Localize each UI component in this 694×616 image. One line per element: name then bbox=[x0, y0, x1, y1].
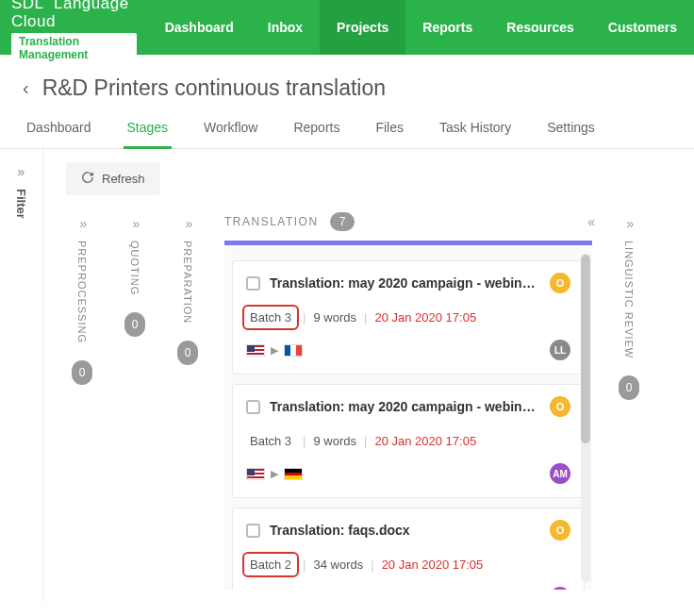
card-title: Translation: faqs.docx bbox=[270, 523, 540, 538]
assignee-avatar: LL bbox=[550, 340, 570, 360]
card-title: Translation: may 2020 campaign - webinar… bbox=[270, 399, 540, 414]
column-title: PREPARATION bbox=[182, 241, 193, 324]
batch-label: Batch 3 bbox=[246, 308, 295, 326]
expand-column-icon[interactable]: » bbox=[133, 216, 138, 231]
tab-workflow[interactable]: Workflow bbox=[200, 110, 261, 148]
separator: | bbox=[364, 310, 367, 325]
nav-items: Dashboard Inbox Projects Reports Resourc… bbox=[148, 0, 694, 55]
status-icon: O bbox=[550, 396, 570, 417]
column-title: TRANSLATION bbox=[224, 215, 319, 228]
scrollbar[interactable] bbox=[581, 253, 590, 582]
timestamp: 20 Jan 2020 17:05 bbox=[382, 558, 484, 572]
brand: SDL* Language Cloud Translation Manageme… bbox=[0, 0, 148, 69]
column-quoting: » QUOTING 0 bbox=[119, 212, 151, 337]
target-flag-icon bbox=[284, 344, 303, 357]
batch-label: Batch 2 bbox=[246, 556, 295, 574]
column-count: 0 bbox=[619, 375, 639, 400]
assignee-avatar: AM bbox=[550, 587, 570, 590]
card-checkbox[interactable] bbox=[246, 276, 260, 291]
column-count: 7 bbox=[330, 212, 355, 231]
tab-settings[interactable]: Settings bbox=[543, 110, 599, 148]
column-translation: TRANSLATION 7 « Translation: may 2020 ca… bbox=[224, 212, 592, 590]
refresh-button[interactable]: Refresh bbox=[66, 162, 160, 195]
source-flag-icon bbox=[246, 468, 265, 480]
card-title: Translation: may 2020 campaign - webinar… bbox=[270, 275, 540, 291]
card-checkbox[interactable] bbox=[246, 524, 260, 538]
column-body: Translation: may 2020 campaign - webinar… bbox=[224, 241, 592, 590]
arrow-icon: ▶ bbox=[271, 344, 278, 357]
top-nav: SDL* Language Cloud Translation Manageme… bbox=[0, 0, 694, 55]
project-tabs: Dashboard Stages Workflow Reports Files … bbox=[0, 110, 694, 149]
filter-expand-icon[interactable]: » bbox=[18, 164, 25, 179]
nav-reports[interactable]: Reports bbox=[405, 0, 489, 55]
nav-inbox[interactable]: Inbox bbox=[251, 0, 320, 55]
collapse-column-icon[interactable]: « bbox=[587, 214, 592, 229]
filter-label: Filter bbox=[14, 189, 28, 219]
batch-label: Batch 3 bbox=[246, 432, 295, 450]
source-flag-icon bbox=[246, 344, 265, 357]
separator: | bbox=[303, 558, 306, 572]
column-preparation: » PREPARATION 0 bbox=[172, 212, 204, 365]
nav-projects[interactable]: Projects bbox=[320, 0, 405, 55]
tab-files[interactable]: Files bbox=[372, 110, 407, 148]
expand-column-icon[interactable]: » bbox=[186, 216, 190, 231]
refresh-icon bbox=[81, 171, 94, 187]
back-icon[interactable]: ‹ bbox=[23, 77, 29, 99]
expand-column-icon[interactable]: » bbox=[80, 216, 85, 231]
separator: | bbox=[303, 434, 306, 448]
separator: | bbox=[303, 310, 306, 325]
stages-board: Refresh » PREPROCESSING 0 » QUOTING 0 » … bbox=[43, 149, 694, 602]
status-icon: O bbox=[550, 273, 570, 293]
status-icon: O bbox=[550, 520, 570, 541]
tab-taskhistory[interactable]: Task History bbox=[436, 110, 515, 148]
columns: » PREPROCESSING 0 » QUOTING 0 » PREPARAT… bbox=[66, 212, 694, 599]
brand-title: SDL* Language Cloud bbox=[11, 0, 137, 31]
column-title: QUOTING bbox=[129, 241, 140, 295]
tab-dashboard[interactable]: Dashboard bbox=[23, 110, 95, 148]
separator: | bbox=[371, 558, 373, 572]
column-count: 0 bbox=[124, 312, 145, 337]
work-area: » Filter Refresh » PREPROCESSING 0 » QUO… bbox=[0, 149, 694, 602]
task-card[interactable]: Translation: faqs.docx O Batch 2 | 34 wo… bbox=[232, 508, 585, 590]
nav-customers[interactable]: Customers bbox=[591, 0, 694, 55]
tab-stages[interactable]: Stages bbox=[124, 110, 173, 149]
nav-resources[interactable]: Resources bbox=[489, 0, 591, 55]
scrollbar-thumb[interactable] bbox=[581, 255, 590, 443]
tab-reports[interactable]: Reports bbox=[289, 110, 343, 148]
separator: | bbox=[364, 434, 367, 448]
column-header: TRANSLATION 7 « bbox=[224, 212, 592, 241]
column-preprocessing: » PREPROCESSING 0 bbox=[66, 212, 98, 385]
task-card[interactable]: Translation: may 2020 campaign - webinar… bbox=[232, 384, 585, 498]
column-linguistic-review: » LINGUISTIC REVIEW 0 bbox=[613, 212, 645, 400]
page-title: R&D Printers continuous translation bbox=[42, 75, 386, 101]
nav-dashboard[interactable]: Dashboard bbox=[148, 0, 251, 55]
filter-rail: » Filter bbox=[0, 149, 43, 602]
column-title: LINGUISTIC REVIEW bbox=[623, 241, 635, 358]
timestamp: 20 Jan 2020 17:05 bbox=[374, 310, 476, 325]
column-count: 0 bbox=[177, 341, 198, 365]
target-flag-icon bbox=[284, 468, 303, 480]
assignee-avatar: AM bbox=[550, 463, 570, 484]
word-count: 34 words bbox=[313, 558, 363, 572]
refresh-label: Refresh bbox=[102, 172, 145, 186]
expand-column-icon[interactable]: » bbox=[627, 216, 632, 231]
arrow-icon: ▶ bbox=[271, 468, 278, 480]
word-count: 9 words bbox=[313, 310, 356, 325]
timestamp: 20 Jan 2020 17:05 bbox=[374, 434, 476, 448]
column-count: 0 bbox=[72, 360, 92, 385]
brand-subtitle: Translation Management bbox=[11, 33, 137, 63]
column-title: PREPROCESSING bbox=[76, 241, 88, 343]
card-checkbox[interactable] bbox=[246, 400, 260, 414]
task-card[interactable]: Translation: may 2020 campaign - webinar… bbox=[232, 260, 585, 375]
word-count: 9 words bbox=[313, 434, 356, 448]
